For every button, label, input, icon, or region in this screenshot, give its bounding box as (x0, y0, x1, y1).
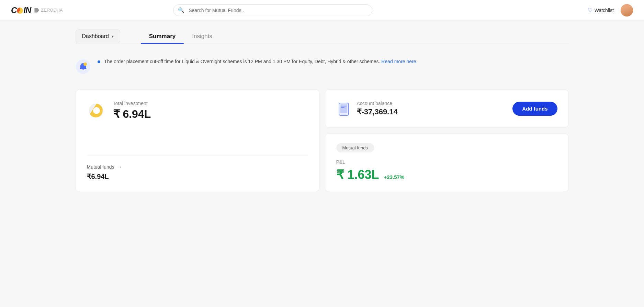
search-input[interactable] (173, 4, 372, 16)
notification-link[interactable]: Read more here. (381, 59, 417, 64)
pnl-label: P&L (336, 159, 557, 165)
mutual-funds-link-row: Mutual funds → (87, 164, 308, 170)
avatar-image (621, 4, 633, 16)
pie-chart-icon (87, 101, 106, 120)
account-left: Account balance ₹-37,369.14 (336, 101, 398, 116)
tab-summary[interactable]: Summary (141, 29, 184, 44)
account-balance-card: Account balance ₹-37,369.14 Add funds (325, 89, 569, 128)
avatar[interactable] (621, 4, 633, 16)
zerodha-label: ZERODHA (41, 8, 63, 13)
header-right: ♡ Watchlist (588, 4, 633, 16)
main-content: Dashboard ▾ Summary Insights The order p… (65, 21, 580, 192)
svg-point-3 (93, 107, 100, 114)
bell-icon (76, 59, 91, 76)
cards-grid: Total investment ₹ 6.94L Mutual funds → … (76, 89, 569, 192)
pnl-amount-row: ₹ 1.63L +23.57% (336, 168, 557, 182)
pnl-card: Mutual funds P&L ₹ 1.63L +23.57% (325, 133, 569, 192)
bullet-icon (98, 60, 100, 63)
svg-rect-6 (341, 106, 347, 106)
mutual-funds-link[interactable]: Mutual funds (87, 164, 114, 170)
investment-section: Total investment ₹ 6.94L (87, 101, 308, 147)
account-label: Account balance (357, 101, 398, 106)
tabs-row: Dashboard ▾ Summary Insights (76, 21, 569, 44)
chevron-down-icon: ▾ (112, 34, 114, 39)
header: CIN ZERODHA 🔍 ♡ Watchlist (0, 0, 644, 21)
dashboard-dropdown[interactable]: Dashboard ▾ (76, 30, 120, 43)
notification-message: The order placement cut-off time for Liq… (104, 59, 380, 64)
pnl-amount: ₹ 1.63L (336, 168, 379, 182)
tab-insights[interactable]: Insights (184, 29, 221, 44)
mutual-funds-badge: Mutual funds (336, 143, 374, 152)
add-funds-button[interactable]: Add funds (512, 102, 557, 116)
svg-rect-5 (340, 104, 347, 113)
zerodha-logo: ZERODHA (34, 8, 63, 13)
zerodha-icon (34, 8, 39, 13)
search-icon: 🔍 (178, 7, 184, 13)
notification-text: The order placement cut-off time for Liq… (98, 58, 418, 65)
investment-label: Total investment (113, 101, 151, 106)
svg-rect-7 (341, 107, 344, 108)
account-icon (336, 101, 351, 116)
svg-point-1 (83, 62, 87, 66)
arrow-right-icon: → (117, 164, 122, 170)
investment-amount: ₹ 6.94L (113, 107, 151, 121)
logo-area: CIN ZERODHA (11, 5, 63, 15)
insights-tab-label: Insights (192, 33, 212, 39)
dashboard-label: Dashboard (82, 33, 109, 39)
summary-tab-label: Summary (149, 33, 176, 39)
investment-card: Total investment ₹ 6.94L Mutual funds → … (76, 89, 319, 192)
watchlist-button[interactable]: ♡ Watchlist (588, 7, 614, 13)
mutual-funds-section: Mutual funds → ₹6.94L (87, 164, 308, 181)
investment-label-group: Total investment ₹ 6.94L (113, 101, 151, 121)
watchlist-label: Watchlist (595, 8, 614, 13)
coin-logo: CIN (11, 5, 31, 15)
heart-icon: ♡ (588, 7, 592, 13)
investment-header-row: Total investment ₹ 6.94L (87, 101, 308, 121)
divider (87, 156, 308, 156)
pnl-percent: +23.57% (384, 174, 405, 180)
search-bar: 🔍 (173, 4, 372, 16)
account-info: Account balance ₹-37,369.14 (357, 101, 398, 116)
notification-banner: The order placement cut-off time for Liq… (76, 55, 569, 78)
account-amount: ₹-37,369.14 (357, 107, 398, 116)
mutual-funds-amount: ₹6.94L (87, 172, 308, 181)
